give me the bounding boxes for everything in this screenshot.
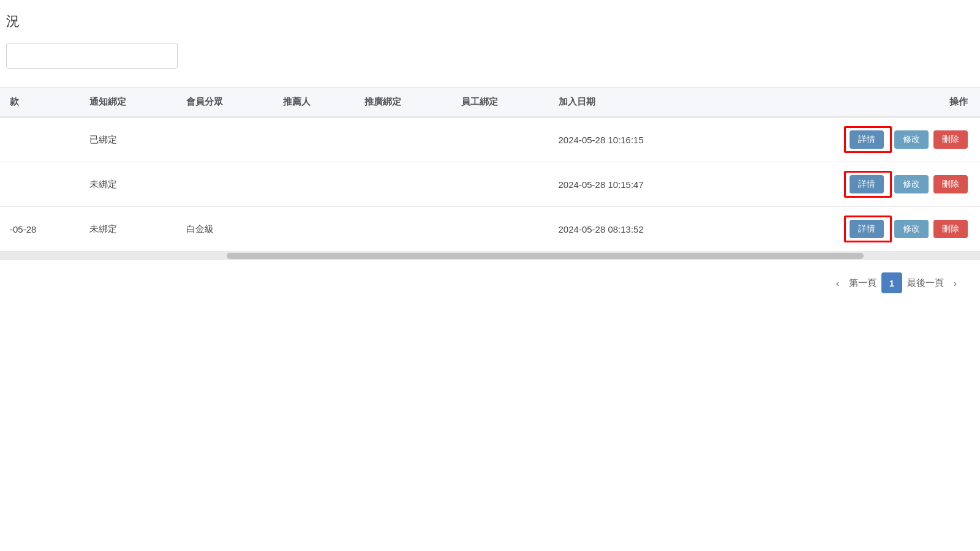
first-page-label[interactable]: 第一頁 — [849, 277, 876, 289]
cell-promo-bind-0 — [355, 117, 451, 162]
col-header-notify-bind: 通知綁定 — [80, 88, 176, 117]
detail-button-0[interactable]: 詳情 — [850, 130, 884, 149]
data-table: 款 通知綁定 會員分眾 推薦人 推廣綁定 員工綁定 加入日期 操作 已綁定 — [0, 88, 980, 252]
cell-employee-bind-1 — [451, 162, 548, 207]
table-container: 款 通知綁定 會員分眾 推薦人 推廣綁定 員工綁定 加入日期 操作 已綁定 — [0, 87, 980, 252]
delete-button-2[interactable]: 刪除 — [933, 220, 968, 238]
cell-actions-1: 詳情 修改 刪除 — [729, 162, 980, 207]
scrollbar-area[interactable] — [0, 252, 980, 260]
prev-icon[interactable]: ‹ — [831, 276, 844, 291]
edit-button-2[interactable]: 修改 — [894, 220, 929, 238]
cell-payment-2: -05-28 — [0, 207, 80, 252]
top-section: 況 — [0, 0, 980, 87]
actions-wrapper-1: 詳情 修改 刪除 — [739, 171, 970, 198]
table-row: 已綁定 2024-05-28 10:16:15 詳情 修改 刪除 — [0, 117, 980, 162]
delete-button-1[interactable]: 刪除 — [933, 175, 968, 193]
cell-employee-bind-2 — [451, 207, 548, 252]
next-icon[interactable]: › — [949, 276, 962, 291]
cell-join-date-0: 2024-05-28 10:16:15 — [549, 117, 729, 162]
cell-referrer-1 — [273, 162, 355, 207]
search-area — [6, 43, 962, 69]
cell-member-group-2: 白金級 — [176, 207, 273, 252]
cell-notify-bind-0: 已綁定 — [80, 117, 176, 162]
detail-button-2[interactable]: 詳情 — [850, 220, 884, 238]
pagination: ‹ 第一頁 1 最後一頁 › — [0, 260, 980, 305]
cell-notify-bind-1: 未綁定 — [80, 162, 176, 207]
cell-member-group-1 — [176, 162, 273, 207]
cell-employee-bind-0 — [451, 117, 548, 162]
detail-button-1[interactable]: 詳情 — [850, 175, 884, 193]
table-row: -05-28 未綁定 白金級 2024-05-28 08:13:52 詳情 修改 — [0, 207, 980, 252]
col-header-actions: 操作 — [729, 88, 980, 117]
col-header-employee-bind: 員工綁定 — [451, 88, 548, 117]
highlight-actions-0: 詳情 — [844, 126, 892, 153]
cell-actions-0: 詳情 修改 刪除 — [729, 117, 980, 162]
search-input[interactable] — [6, 43, 178, 69]
edit-button-1[interactable]: 修改 — [894, 175, 929, 193]
page-wrapper: 況 款 通知綁定 會員分眾 推薦人 推廣綁定 員工綁定 加入日期 操作 — [0, 0, 980, 551]
col-header-payment: 款 — [0, 88, 80, 117]
col-header-member-group: 會員分眾 — [176, 88, 273, 117]
page-title: 況 — [6, 12, 962, 31]
col-header-join-date: 加入日期 — [549, 88, 729, 117]
highlight-actions-1: 詳情 — [844, 171, 892, 198]
cell-join-date-1: 2024-05-28 10:15:47 — [549, 162, 729, 207]
cell-member-group-0 — [176, 117, 273, 162]
table-header-row: 款 通知綁定 會員分眾 推薦人 推廣綁定 員工綁定 加入日期 操作 — [0, 88, 980, 117]
table-row: 未綁定 2024-05-28 10:15:47 詳情 修改 刪除 — [0, 162, 980, 207]
highlight-actions-2: 詳情 — [844, 216, 892, 242]
cell-referrer-0 — [273, 117, 355, 162]
cell-promo-bind-1 — [355, 162, 451, 207]
col-header-promo-bind: 推廣綁定 — [355, 88, 451, 117]
cell-referrer-2 — [273, 207, 355, 252]
cell-notify-bind-2: 未綁定 — [80, 207, 176, 252]
col-header-referrer: 推薦人 — [273, 88, 355, 117]
current-page[interactable]: 1 — [881, 272, 902, 293]
actions-wrapper-2: 詳情 修改 刪除 — [739, 216, 970, 242]
cell-payment-0 — [0, 117, 80, 162]
edit-button-0[interactable]: 修改 — [894, 130, 929, 149]
cell-promo-bind-2 — [355, 207, 451, 252]
cell-payment-1 — [0, 162, 80, 207]
scrollbar-thumb[interactable] — [227, 253, 864, 259]
cell-actions-2: 詳情 修改 刪除 — [729, 207, 980, 252]
actions-wrapper-0: 詳情 修改 刪除 — [739, 126, 970, 153]
delete-button-0[interactable]: 刪除 — [933, 130, 968, 149]
cell-join-date-2: 2024-05-28 08:13:52 — [549, 207, 729, 252]
last-page-label[interactable]: 最後一頁 — [907, 277, 944, 289]
